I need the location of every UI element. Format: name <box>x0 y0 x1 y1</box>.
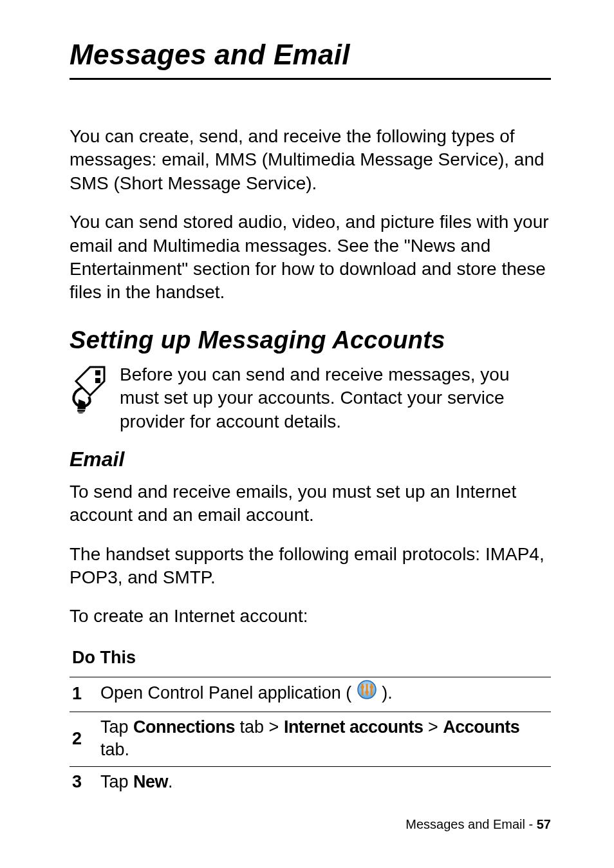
step-text: ). <box>377 683 393 703</box>
svg-rect-10 <box>369 686 373 688</box>
chapter-title: Messages and Email <box>70 39 551 80</box>
step-text: tab > <box>235 717 284 737</box>
ui-label-connections: Connections <box>133 717 235 737</box>
email-paragraph-1: To send and receive emails, you must set… <box>70 480 551 527</box>
intro-paragraph-1: You can create, send, and receive the fo… <box>70 125 551 195</box>
page-number: 57 <box>537 817 551 831</box>
section-heading-accounts: Setting up Messaging Accounts <box>70 326 551 354</box>
svg-rect-1 <box>95 378 100 383</box>
intro-paragraph-2: You can send stored audio, video, and pi… <box>70 211 551 305</box>
step-text: Tap <box>100 772 133 791</box>
ui-label-internet-accounts: Internet accounts <box>284 717 423 737</box>
svg-rect-0 <box>95 370 100 375</box>
steps-table: Do This 1 Open Control Panel application… <box>70 644 551 798</box>
control-panel-icon <box>357 680 377 705</box>
step-row-1: 1 Open Control Panel application ( ). <box>70 677 551 712</box>
step-text: . <box>168 772 173 791</box>
footer-label: Messages and Email - <box>405 817 536 831</box>
step-row-3: 3 Tap New. <box>70 766 551 798</box>
svg-rect-9 <box>365 691 368 693</box>
step-body: Tap New. <box>100 771 173 793</box>
email-paragraph-3: To create an Internet account: <box>70 605 551 628</box>
step-text: > <box>423 717 443 737</box>
email-paragraph-2: The handset supports the following email… <box>70 543 551 590</box>
ui-label-accounts: Accounts <box>443 717 519 737</box>
step-text: tab. <box>100 740 129 759</box>
step-number: 2 <box>72 729 84 749</box>
note-text: Before you can send and receive messages… <box>120 363 551 433</box>
svg-rect-8 <box>360 686 364 688</box>
ui-label-new: New <box>133 772 168 791</box>
step-text: Open Control Panel application ( <box>100 683 357 703</box>
document-page: Messages and Email You can create, send,… <box>0 0 614 798</box>
step-body: Tap Connections tab > Internet accounts … <box>100 716 548 761</box>
note-block: Before you can send and receive messages… <box>70 363 551 433</box>
steps-header: Do This <box>70 644 551 677</box>
note-icon <box>70 363 108 415</box>
step-text: Tap <box>100 717 133 737</box>
step-body: Open Control Panel application ( ). <box>100 681 393 706</box>
subsection-heading-email: Email <box>70 448 551 471</box>
page-footer: Messages and Email - 57 <box>405 817 551 832</box>
step-row-2: 2 Tap Connections tab > Internet account… <box>70 712 551 766</box>
step-number: 1 <box>72 684 84 704</box>
step-number: 3 <box>72 772 84 792</box>
